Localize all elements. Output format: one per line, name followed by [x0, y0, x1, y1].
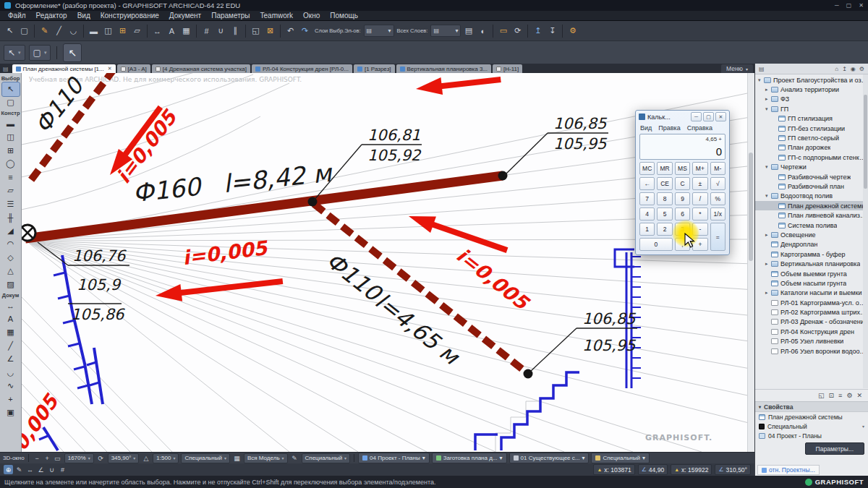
zoomfit-icon[interactable]: ▭	[53, 453, 62, 463]
zoomfit-icon[interactable]: ▭	[496, 24, 510, 38]
navigator-item[interactable]: Разбивочный чертеж	[755, 172, 868, 181]
scrollbar-thumb[interactable]	[749, 153, 753, 261]
calc-button[interactable]: 4	[639, 207, 655, 221]
pointer-icon[interactable]: ↖	[3, 24, 17, 38]
column-tool[interactable]: ◯	[2, 158, 20, 171]
navigator-item[interactable]: ГП-с подпорными стенками	[755, 153, 868, 162]
calc-button[interactable]: 9	[675, 192, 690, 205]
navigator-item[interactable]: ▾Водоотвод полив	[755, 192, 868, 201]
text-icon[interactable]: A	[165, 24, 179, 38]
navigator-item[interactable]: ▸Вертикальная планировка	[755, 259, 868, 268]
canvas-vertical-scrollbar[interactable]	[747, 73, 754, 452]
expander-icon[interactable]: ▸	[765, 261, 771, 267]
pointer-tool[interactable]: ↖	[2, 82, 20, 96]
navigator-item[interactable]: Объем насыпи грунта	[755, 278, 868, 288]
calc-button[interactable]: M+	[692, 162, 707, 175]
up-icon[interactable]: ↥	[842, 66, 847, 72]
rotation-combo[interactable]: 345,90°▾	[108, 453, 140, 463]
navigator-item[interactable]: План дренажной системы	[755, 201, 868, 210]
line-icon[interactable]: ╱	[52, 24, 66, 38]
redo-icon[interactable]: ↷	[298, 24, 312, 38]
calc-button[interactable]: CE	[657, 177, 672, 190]
slab-tool[interactable]: ▱	[2, 184, 20, 198]
model-filter-combo[interactable]: Вся Модель▾	[244, 453, 288, 463]
menu-item[interactable]: Документ	[164, 12, 206, 20]
expander-icon[interactable]: ▸	[765, 87, 771, 93]
scale-combo[interactable]: 1:500▾	[153, 453, 179, 463]
scrollbar-thumb[interactable]	[864, 95, 867, 189]
navigator-item[interactable]: Система полива	[755, 221, 868, 230]
navigator-item[interactable]: ▸Каталоги насыпи и выемки	[755, 288, 868, 298]
expander-icon[interactable]: ▾	[758, 77, 764, 83]
stair-tool[interactable]: ☰	[2, 197, 20, 211]
railing-tool[interactable]: ╫	[2, 211, 20, 225]
calc-menu-item[interactable]: Вид	[640, 124, 652, 132]
maximize-icon[interactable]: ▢	[846, 2, 852, 9]
document-tab[interactable]: План дренажной системы [1...✕	[12, 64, 116, 73]
home-icon[interactable]: ⌂	[835, 66, 838, 72]
list-icon[interactable]: ≡	[838, 392, 842, 399]
chevron-down-icon[interactable]: ▾	[862, 424, 864, 429]
navigator-item[interactable]: РЛ-02 Картограмма штриховка	[755, 307, 868, 317]
window-type-label[interactable]: 3D-окно	[3, 455, 25, 461]
expander-icon[interactable]: ▸	[765, 96, 771, 102]
marquee-tool-combo[interactable]: ▢▾	[29, 45, 51, 61]
expander-icon[interactable]: ▸	[765, 290, 771, 296]
calc-button[interactable]: M-	[710, 162, 726, 175]
zoomin-icon[interactable]: +	[43, 453, 52, 463]
property-row[interactable]: План дренажной системы	[755, 412, 868, 421]
layer-combination-combo[interactable]: Специальный▾	[181, 453, 230, 463]
dimension-icon[interactable]: ↔	[150, 24, 164, 38]
menu-item[interactable]: Teamwork	[255, 12, 299, 20]
minimize-icon[interactable]: ─	[835, 2, 839, 9]
calc-menu-item[interactable]: Правка	[658, 124, 680, 132]
calc-menu-item[interactable]: Справка	[687, 124, 712, 132]
target-icon[interactable]: ⊕	[4, 465, 13, 474]
calc-button[interactable]: =	[710, 223, 726, 251]
navigator-item[interactable]: Разбивочный план	[755, 181, 868, 191]
expander-icon[interactable]: ▾	[765, 193, 771, 199]
menu-item[interactable]: Помощь	[325, 12, 363, 20]
document-tab[interactable]: РЛ-04 Конструкция дрен [РЛ-0...	[252, 64, 352, 73]
menu-item[interactable]: Параметры	[206, 12, 255, 20]
navigator-scrollbar[interactable]	[863, 74, 868, 388]
rotate-view-icon[interactable]: ⟳	[96, 453, 106, 463]
scale-icon[interactable]: △	[141, 453, 150, 463]
all-layers-combo[interactable]: ▤▾	[430, 25, 461, 37]
expander-icon[interactable]: ▸	[765, 232, 771, 238]
delete-icon[interactable]: ✕	[856, 392, 862, 399]
navigator-item[interactable]: ▸Освещение	[755, 230, 868, 239]
navigator-item[interactable]: ГП стилизация	[755, 114, 868, 124]
grid-icon[interactable]: #	[58, 465, 67, 474]
properties-header[interactable]: ▾ Свойства	[755, 401, 868, 412]
layers-selection-combo[interactable]: ▤▾	[364, 25, 394, 37]
navigator-item[interactable]: План ливневой канализации	[755, 210, 868, 220]
document-tab[interactable]: [H-11]	[493, 64, 522, 73]
fill-tool[interactable]: ▦	[2, 326, 20, 340]
calc-button[interactable]: 0	[639, 238, 673, 251]
navigator-item[interactable]: РЛ-04 Конструкция дрен	[755, 327, 868, 336]
layout-quick-tab[interactable]: Специальный▾	[591, 453, 650, 463]
document-tab[interactable]: Вертикальная планировка 3...	[396, 64, 492, 73]
calc-button[interactable]: 5	[657, 207, 672, 221]
arc-icon[interactable]: ◡	[67, 24, 80, 38]
marquee-icon[interactable]: ▢	[17, 24, 31, 38]
lock-icon[interactable]: ⊠	[263, 24, 277, 38]
calc-button[interactable]: 1/x	[710, 207, 726, 221]
gear-icon[interactable]: ⚙	[859, 66, 864, 72]
calc-button[interactable]: %	[710, 192, 726, 205]
clone-icon[interactable]: ⊡	[829, 392, 835, 399]
text-tool[interactable]: A	[2, 312, 20, 326]
layout-quick-tab[interactable]: 04 Проект - Планы▾	[358, 453, 430, 463]
arc-tool[interactable]: ◡	[2, 366, 20, 380]
calc-button[interactable]: MR	[657, 162, 672, 175]
wall-icon[interactable]: ▬	[87, 24, 101, 38]
navigator-item[interactable]: Дендроплан	[755, 240, 868, 249]
tab-menu-button[interactable]: Меню ▾	[721, 64, 753, 73]
trace-icon[interactable]: ◐	[476, 24, 490, 38]
navigator-item[interactable]: Объем выемки грунта	[755, 269, 868, 278]
calc-button[interactable]: *	[692, 207, 707, 221]
zone-tool[interactable]: ▨	[2, 278, 20, 291]
calc-close-icon[interactable]: ✕	[715, 112, 726, 121]
magnet-icon[interactable]: ∪	[214, 24, 228, 38]
